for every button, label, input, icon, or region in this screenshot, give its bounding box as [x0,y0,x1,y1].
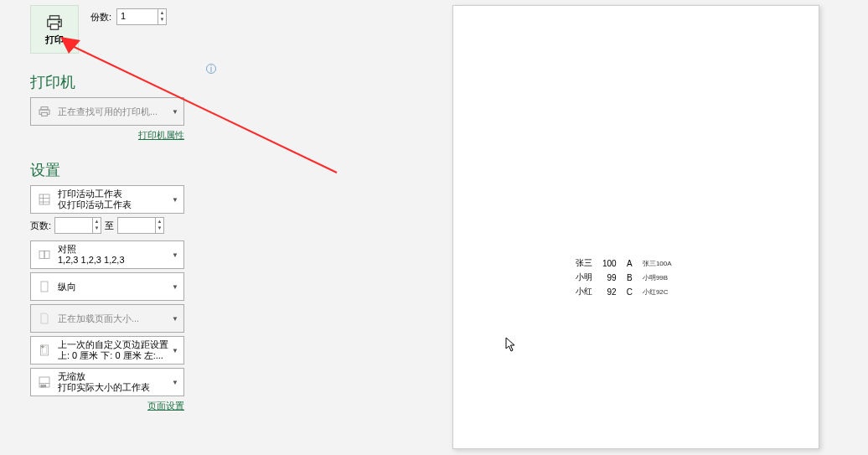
pages-separator: 至 [105,220,114,232]
stepper-arrows-icon: ▲▼ [92,218,101,233]
page-icon [34,308,54,328]
printer-dropdown[interactable]: 正在查找可用的打印机... ▼ [30,97,184,126]
printer-status-text: 正在查找可用的打印机... [58,106,180,117]
pages-from-value [55,218,92,233]
copies-value: 1 [117,9,158,24]
collate-line2: 1,2,3 1,2,3 1,2,3 [58,255,180,266]
svg-rect-12 [44,251,49,259]
margins-dropdown[interactable]: ★ 上一次的自定义页边距设置 上: 0 厘米 下: 0 厘米 左:... ▼ [30,336,184,365]
paper-size-text: 正在加载页面大小... [58,313,180,324]
portrait-icon [34,277,54,297]
pages-label: 页数: [30,220,51,232]
svg-rect-13 [41,282,48,292]
svg-rect-2 [50,23,58,28]
orientation-dropdown[interactable]: 纵向 ▼ [30,272,184,301]
collate-dropdown[interactable]: 对照 1,2,3 1,2,3 1,2,3 ▼ [30,240,184,269]
copies-label: 份数: [90,11,111,23]
pages-from-stepper[interactable]: ▲▼ [54,217,101,234]
scaling-line2: 打印实际大小的工作表 [58,382,180,393]
preview-data-table: 张三100A张三100A 小明99B小明99B 小红92C小红92C [574,256,682,300]
copies-stepper[interactable]: 1 ▲▼ [116,8,167,25]
printer-section-title: 打印机 i [30,72,201,92]
printer-properties-link[interactable]: 打印机属性 [30,129,184,142]
print-preview: 张三100A张三100A 小明99B小明99B 小红92C小红92C [452,5,819,449]
chevron-down-icon: ▼ [172,315,178,323]
chevron-down-icon: ▼ [172,379,178,386]
print-what-line1: 打印活动工作表 [58,189,180,199]
sheet-icon [34,189,54,209]
paper-size-dropdown[interactable]: 正在加载页面大小... ▼ [30,304,184,333]
stepper-arrows-icon: ▲▼ [158,9,166,24]
print-what-line2: 仅打印活动工作表 [58,199,180,210]
svg-text:100: 100 [41,385,46,388]
page-setup-link[interactable]: 页面设置 [30,400,184,412]
chevron-down-icon: ▼ [172,347,178,354]
chevron-down-icon: ▼ [172,283,178,291]
table-row: 小红92C小红92C [576,286,680,298]
scaling-dropdown[interactable]: 100 无缩放 打印实际大小的工作表 ▼ [30,368,184,396]
svg-text:★: ★ [41,344,44,349]
chevron-down-icon: ▼ [172,251,178,259]
chevron-down-icon: ▼ [172,108,178,116]
printer-icon [44,13,65,32]
scale-icon: 100 [34,372,54,392]
margins-line2: 上: 0 厘米 下: 0 厘米 左:... [58,350,180,361]
svg-rect-7 [39,194,49,204]
print-what-dropdown[interactable]: 打印活动工作表 仅打印活动工作表 ▼ [30,185,184,214]
collate-icon [34,245,54,265]
scaling-line1: 无缩放 [58,371,180,382]
orientation-text: 纵向 [58,282,180,292]
pages-to-value [118,218,155,233]
printer-small-icon [34,101,54,122]
svg-point-3 [59,21,60,23]
print-button[interactable]: 打印 [30,5,79,54]
print-button-label: 打印 [45,34,64,46]
collate-line1: 对照 [58,244,180,255]
svg-rect-6 [42,112,48,116]
margins-line1: 上一次的自定义页边距设置 [58,339,180,350]
stepper-arrows-icon: ▲▼ [155,218,163,233]
info-icon[interactable]: i [206,64,216,74]
svg-rect-11 [39,251,44,259]
settings-section-title: 设置 [30,160,201,180]
chevron-down-icon: ▼ [172,196,178,204]
table-row: 小明99B小明99B [576,271,680,284]
margins-icon: ★ [34,340,54,360]
pages-to-stepper[interactable]: ▲▼ [117,217,164,234]
table-row: 张三100A张三100A [576,257,680,270]
